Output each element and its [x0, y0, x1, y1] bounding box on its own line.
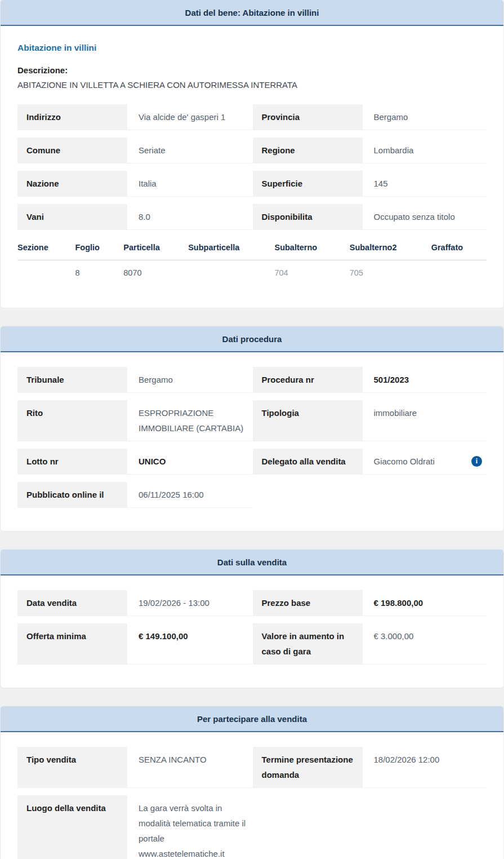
field-label-rito: Rito [17, 400, 127, 441]
section-header-dati-vendita: Dati sulla vendita [1, 550, 503, 575]
field-label-data-vendita: Data vendita [17, 590, 127, 616]
section-header-dati-procedura: Dati procedura [1, 326, 503, 352]
col-header-foglio: Foglio [75, 237, 123, 260]
field-value-disponibilita: Occupato senza titolo [363, 204, 487, 229]
field-value-tipo-vendita: SENZA INCANTO [127, 747, 252, 787]
field-label-valore-aumento: Valore in aumento in caso di gara [253, 623, 363, 664]
property-row: Nazione Italia Superficie 145 [17, 171, 487, 197]
col-header-subalterno: Subalterno [274, 237, 349, 260]
field-value-vani: 8.0 [127, 204, 252, 229]
field-label-tipo-vendita: Tipo vendita [17, 747, 127, 787]
field-label-prezzo-base: Prezzo base [253, 590, 363, 616]
col-header-subalterno2: Subalterno2 [350, 237, 431, 260]
field-value-luogo-vendita: La gara verrà svolta in modalità telemat… [127, 795, 252, 859]
dati-procedura-body: Tribunale Bergamo Procedura nr 501/2023 … [1, 352, 503, 531]
dati-del-bene-body: Abitazione in villini Descrizione: ABITA… [1, 26, 503, 308]
field-label-lotto-nr: Lotto nr [17, 449, 127, 474]
col-header-graffato: Graffato [431, 237, 487, 260]
field-label-tipologia: Tipologia [253, 400, 363, 441]
field-label-provincia: Provincia [253, 104, 363, 130]
card-dati-del-bene: Dati del bene: Abitazione in villini Abi… [1, 0, 503, 308]
card-dati-vendita: Dati sulla vendita Data vendita 19/02/20… [1, 550, 503, 688]
card-partecipare: Per partecipare alla vendita Tipo vendit… [1, 706, 503, 859]
cell-foglio: 8 [75, 260, 123, 293]
col-header-subparticella: Subparticella [188, 237, 274, 260]
cell-subalterno: 704 [274, 260, 349, 293]
field-label-regione: Regione [253, 138, 363, 163]
cell-graffato [431, 260, 487, 293]
cadastral-header-row: Sezione Foglio Particella Subparticella … [17, 237, 487, 260]
field-value-tribunale: Bergamo [127, 367, 252, 392]
col-header-particella: Particella [123, 237, 188, 260]
field-value-regione: Lombardia [363, 138, 487, 163]
auction-detail-page: Dati del bene: Abitazione in villini Abi… [0, 0, 504, 859]
field-label-disponibilita: Disponibilita [253, 204, 363, 229]
card-dati-procedura: Dati procedura Tribunale Bergamo Procedu… [1, 326, 503, 531]
partecipare-row: Luogo della vendita La gara verrà svolta… [17, 795, 487, 859]
procedura-row: Lotto nr UNICO Delegato alla vendita Gia… [17, 449, 487, 475]
field-label-delegato: Delegato alla vendita [253, 449, 363, 474]
field-value-delegato: Giacomo Oldrati [374, 454, 435, 469]
cell-subparticella [188, 260, 274, 293]
cell-sezione [17, 260, 75, 293]
procedura-row: Rito ESPROPRIAZIONE IMMOBILIARE (CARTABI… [17, 400, 487, 441]
partecipare-body: Tipo vendita SENZA INCANTO Termine prese… [1, 732, 503, 859]
info-icon[interactable]: i [471, 456, 482, 467]
field-value-pubblicato: 06/11/2025 16:00 [127, 482, 252, 507]
dati-vendita-body: Data vendita 19/02/2026 - 13:00 Prezzo b… [1, 575, 503, 688]
col-header-sezione: Sezione [17, 237, 75, 260]
field-value-tipologia: immobiliare [363, 400, 487, 441]
property-row: Indirizzo Via alcide de' gasperi 1 Provi… [17, 104, 487, 130]
field-label-termine-domanda: Termine presentazione domanda [253, 747, 363, 787]
section-header-dati-del-bene: Dati del bene: Abitazione in villini [1, 0, 503, 26]
field-label-comune: Comune [17, 138, 127, 163]
field-value-valore-aumento: € 3.000,00 [363, 623, 487, 664]
field-label-tribunale: Tribunale [17, 367, 127, 392]
section-header-partecipare: Per partecipare alla vendita [1, 706, 503, 732]
procedura-row: Tribunale Bergamo Procedura nr 501/2023 [17, 367, 487, 393]
property-title-link[interactable]: Abitazione in villini [17, 43, 96, 53]
field-value-indirizzo: Via alcide de' gasperi 1 [127, 104, 252, 130]
procedura-row: Pubblicato online il 06/11/2025 16:00 [17, 482, 487, 508]
field-label-procedura-nr: Procedura nr [253, 367, 363, 392]
field-label-nazione: Nazione [17, 171, 127, 196]
property-row: Comune Seriate Regione Lombardia [17, 138, 487, 163]
description-text: ABITAZIONE IN VILLETTA A SCHIERA CON AUT… [17, 80, 487, 90]
field-label-indirizzo: Indirizzo [17, 104, 127, 130]
field-value-comune: Seriate [127, 138, 252, 163]
cell-subalterno2: 705 [350, 260, 431, 293]
field-value-nazione: Italia [127, 171, 252, 196]
field-value-lotto-nr: UNICO [127, 449, 252, 474]
property-row: Vani 8.0 Disponibilita Occupato senza ti… [17, 204, 487, 230]
field-value-prezzo-base: € 198.800,00 [363, 590, 487, 616]
field-label-offerta-minima: Offerta minima [17, 623, 127, 664]
description-label: Descrizione: [17, 65, 487, 75]
vendita-row: Offerta minima € 149.100,00 Valore in au… [17, 623, 487, 665]
partecipare-row: Tipo vendita SENZA INCANTO Termine prese… [17, 747, 487, 788]
field-label-vani: Vani [17, 204, 127, 229]
field-label-luogo-vendita: Luogo della vendita [17, 795, 127, 859]
field-value-termine-domanda: 18/02/2026 12:00 [363, 747, 487, 787]
field-value-rito: ESPROPRIAZIONE IMMOBILIARE (CARTABIA) [127, 400, 252, 441]
field-label-pubblicato: Pubblicato online il [17, 482, 127, 507]
field-value-superficie: 145 [363, 171, 487, 196]
cadastral-table: Sezione Foglio Particella Subparticella … [17, 237, 487, 292]
cadastral-data-row: 8 8070 704 705 [17, 260, 487, 293]
field-label-superficie: Superficie [253, 171, 363, 196]
vendita-row: Data vendita 19/02/2026 - 13:00 Prezzo b… [17, 590, 487, 616]
field-value-procedura-nr: 501/2023 [363, 367, 487, 392]
field-value-data-vendita: 19/02/2026 - 13:00 [127, 590, 252, 616]
cell-particella: 8070 [123, 260, 188, 293]
field-value-offerta-minima: € 149.100,00 [127, 623, 252, 664]
field-value-provincia: Bergamo [363, 104, 487, 130]
